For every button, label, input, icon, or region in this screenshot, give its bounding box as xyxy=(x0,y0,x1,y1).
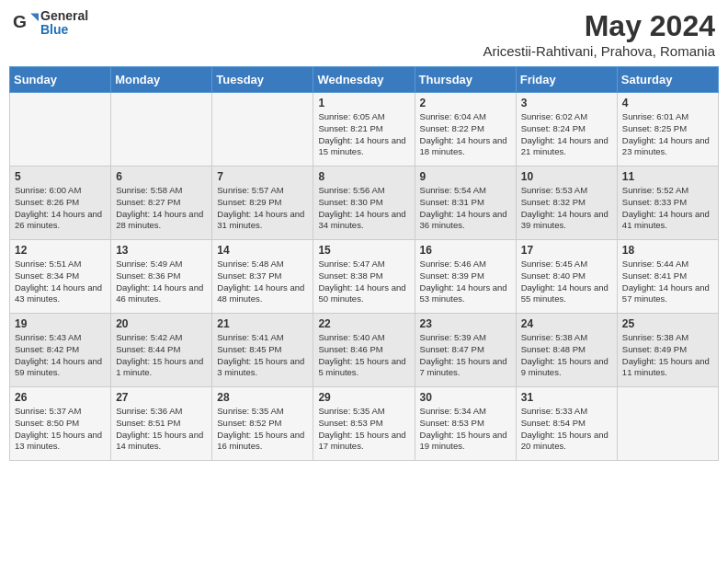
calendar-week-row: 19Sunrise: 5:43 AMSunset: 8:42 PMDayligh… xyxy=(10,314,719,387)
day-number: 2 xyxy=(420,97,511,109)
calendar-day-cell: 27Sunrise: 5:36 AMSunset: 8:51 PMDayligh… xyxy=(111,387,212,461)
day-of-week-header: Saturday xyxy=(617,67,718,93)
day-number: 25 xyxy=(622,317,713,330)
calendar-day-cell: 23Sunrise: 5:39 AMSunset: 8:47 PMDayligh… xyxy=(415,314,516,387)
day-of-week-header: Monday xyxy=(111,67,212,93)
day-info: Sunrise: 5:35 AMSunset: 8:52 PMDaylight:… xyxy=(217,406,308,453)
day-info: Sunrise: 5:42 AMSunset: 8:44 PMDaylight:… xyxy=(116,332,207,379)
logo-line2: Blue xyxy=(40,23,88,37)
day-number: 26 xyxy=(15,391,106,404)
day-number: 17 xyxy=(521,244,612,257)
day-number: 27 xyxy=(116,391,207,404)
day-number: 12 xyxy=(15,244,106,257)
day-info: Sunrise: 6:00 AMSunset: 8:26 PMDaylight:… xyxy=(15,185,106,232)
logo: G General Blue xyxy=(13,9,88,38)
calendar-day-cell: 16Sunrise: 5:46 AMSunset: 8:39 PMDayligh… xyxy=(415,240,516,314)
day-number: 1 xyxy=(318,97,409,109)
day-info: Sunrise: 5:54 AMSunset: 8:31 PMDaylight:… xyxy=(420,185,511,232)
day-of-week-header: Friday xyxy=(516,67,617,93)
day-number: 15 xyxy=(318,244,409,257)
day-info: Sunrise: 6:04 AMSunset: 8:22 PMDaylight:… xyxy=(420,111,511,158)
calendar-day-cell: 25Sunrise: 5:38 AMSunset: 8:49 PMDayligh… xyxy=(617,314,718,387)
calendar-day-cell xyxy=(10,93,111,167)
calendar-day-cell: 26Sunrise: 5:37 AMSunset: 8:50 PMDayligh… xyxy=(10,387,111,461)
calendar-day-cell xyxy=(617,387,718,461)
calendar-header-row: SundayMondayTuesdayWednesdayThursdayFrid… xyxy=(10,67,719,93)
calendar-day-cell: 19Sunrise: 5:43 AMSunset: 8:42 PMDayligh… xyxy=(10,314,111,387)
day-of-week-header: Sunday xyxy=(10,67,111,93)
day-info: Sunrise: 6:01 AMSunset: 8:25 PMDaylight:… xyxy=(622,111,713,158)
day-info: Sunrise: 5:33 AMSunset: 8:54 PMDaylight:… xyxy=(521,406,612,453)
day-number: 4 xyxy=(622,97,713,109)
calendar-day-cell: 11Sunrise: 5:52 AMSunset: 8:33 PMDayligh… xyxy=(617,167,718,240)
calendar-day-cell: 24Sunrise: 5:38 AMSunset: 8:48 PMDayligh… xyxy=(516,314,617,387)
calendar-day-cell: 2Sunrise: 6:04 AMSunset: 8:22 PMDaylight… xyxy=(415,93,516,167)
calendar-day-cell: 20Sunrise: 5:42 AMSunset: 8:44 PMDayligh… xyxy=(111,314,212,387)
calendar-day-cell xyxy=(212,93,313,167)
calendar-day-cell: 18Sunrise: 5:44 AMSunset: 8:41 PMDayligh… xyxy=(617,240,718,314)
calendar-day-cell: 10Sunrise: 5:53 AMSunset: 8:32 PMDayligh… xyxy=(516,167,617,240)
day-number: 8 xyxy=(318,170,409,183)
day-info: Sunrise: 5:51 AMSunset: 8:34 PMDaylight:… xyxy=(15,259,106,305)
day-info: Sunrise: 5:34 AMSunset: 8:53 PMDaylight:… xyxy=(420,406,511,453)
day-number: 20 xyxy=(116,317,207,330)
calendar-day-cell: 17Sunrise: 5:45 AMSunset: 8:40 PMDayligh… xyxy=(516,240,617,314)
calendar-day-cell: 28Sunrise: 5:35 AMSunset: 8:52 PMDayligh… xyxy=(212,387,313,461)
calendar-table: SundayMondayTuesdayWednesdayThursdayFrid… xyxy=(9,66,719,461)
day-number: 23 xyxy=(420,317,511,330)
day-info: Sunrise: 5:35 AMSunset: 8:53 PMDaylight:… xyxy=(318,406,409,453)
calendar-day-cell: 21Sunrise: 5:41 AMSunset: 8:45 PMDayligh… xyxy=(212,314,313,387)
day-info: Sunrise: 5:39 AMSunset: 8:47 PMDaylight:… xyxy=(420,332,511,379)
day-number: 7 xyxy=(217,170,308,183)
page-header: G General Blue May 2024 Aricestii-Rahtiv… xyxy=(9,9,719,59)
day-info: Sunrise: 5:37 AMSunset: 8:50 PMDaylight:… xyxy=(15,406,106,453)
day-number: 5 xyxy=(15,170,106,183)
day-info: Sunrise: 5:36 AMSunset: 8:51 PMDaylight:… xyxy=(116,406,207,453)
calendar-day-cell: 29Sunrise: 5:35 AMSunset: 8:53 PMDayligh… xyxy=(313,387,415,461)
day-info: Sunrise: 6:05 AMSunset: 8:21 PMDaylight:… xyxy=(318,111,409,158)
day-info: Sunrise: 5:49 AMSunset: 8:36 PMDaylight:… xyxy=(116,259,207,305)
calendar-day-cell: 22Sunrise: 5:40 AMSunset: 8:46 PMDayligh… xyxy=(313,314,415,387)
day-number: 11 xyxy=(622,170,713,183)
day-info: Sunrise: 5:40 AMSunset: 8:46 PMDaylight:… xyxy=(318,332,409,379)
calendar-day-cell: 31Sunrise: 5:33 AMSunset: 8:54 PMDayligh… xyxy=(516,387,617,461)
calendar-day-cell: 8Sunrise: 5:56 AMSunset: 8:30 PMDaylight… xyxy=(313,167,415,240)
calendar-week-row: 5Sunrise: 6:00 AMSunset: 8:26 PMDaylight… xyxy=(10,167,719,240)
logo-icon: G xyxy=(13,10,39,36)
logo-text: General Blue xyxy=(40,9,88,38)
calendar-week-row: 1Sunrise: 6:05 AMSunset: 8:21 PMDaylight… xyxy=(10,93,719,167)
day-info: Sunrise: 5:56 AMSunset: 8:30 PMDaylight:… xyxy=(318,185,409,232)
day-info: Sunrise: 6:02 AMSunset: 8:24 PMDaylight:… xyxy=(521,111,612,158)
calendar-day-cell: 15Sunrise: 5:47 AMSunset: 8:38 PMDayligh… xyxy=(313,240,415,314)
calendar-day-cell: 3Sunrise: 6:02 AMSunset: 8:24 PMDaylight… xyxy=(516,93,617,167)
day-number: 22 xyxy=(318,317,409,330)
day-of-week-header: Thursday xyxy=(415,67,516,93)
svg-marker-1 xyxy=(30,14,39,22)
day-number: 16 xyxy=(420,244,511,257)
day-number: 9 xyxy=(420,170,511,183)
calendar-day-cell: 13Sunrise: 5:49 AMSunset: 8:36 PMDayligh… xyxy=(111,240,212,314)
calendar-day-cell: 6Sunrise: 5:58 AMSunset: 8:27 PMDaylight… xyxy=(111,167,212,240)
month-year-title: May 2024 xyxy=(483,9,715,43)
day-info: Sunrise: 5:45 AMSunset: 8:40 PMDaylight:… xyxy=(521,259,612,305)
calendar-day-cell: 1Sunrise: 6:05 AMSunset: 8:21 PMDaylight… xyxy=(313,93,415,167)
day-number: 13 xyxy=(116,244,207,257)
day-info: Sunrise: 5:52 AMSunset: 8:33 PMDaylight:… xyxy=(622,185,713,232)
day-number: 14 xyxy=(217,244,308,257)
day-number: 24 xyxy=(521,317,612,330)
day-number: 30 xyxy=(420,391,511,404)
day-number: 29 xyxy=(318,391,409,404)
day-info: Sunrise: 5:41 AMSunset: 8:45 PMDaylight:… xyxy=(217,332,308,379)
day-number: 19 xyxy=(15,317,106,330)
day-number: 31 xyxy=(521,391,612,404)
calendar-day-cell: 5Sunrise: 6:00 AMSunset: 8:26 PMDaylight… xyxy=(10,167,111,240)
day-info: Sunrise: 5:43 AMSunset: 8:42 PMDaylight:… xyxy=(15,332,106,379)
day-number: 6 xyxy=(116,170,207,183)
day-info: Sunrise: 5:38 AMSunset: 8:48 PMDaylight:… xyxy=(521,332,612,379)
calendar-day-cell: 12Sunrise: 5:51 AMSunset: 8:34 PMDayligh… xyxy=(10,240,111,314)
day-number: 21 xyxy=(217,317,308,330)
svg-text:G: G xyxy=(13,13,27,32)
day-info: Sunrise: 5:53 AMSunset: 8:32 PMDaylight:… xyxy=(521,185,612,232)
calendar-day-cell: 30Sunrise: 5:34 AMSunset: 8:53 PMDayligh… xyxy=(415,387,516,461)
day-info: Sunrise: 5:48 AMSunset: 8:37 PMDaylight:… xyxy=(217,259,308,305)
